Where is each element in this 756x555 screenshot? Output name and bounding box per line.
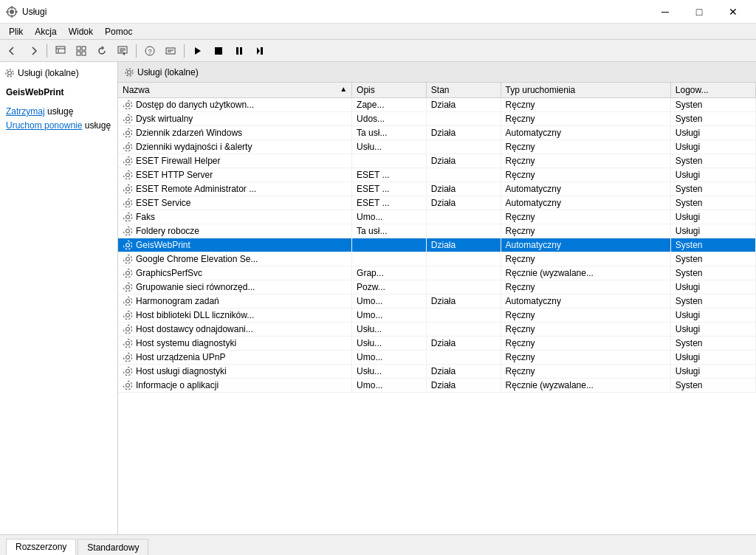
- service-logon-cell: Systen: [670, 98, 755, 112]
- bottom-tabs: Rozszerzony Standardowy: [0, 534, 756, 555]
- services-table-container[interactable]: Nazwa ▲ Opis Stan Typ uruchomienia Logow…: [118, 83, 756, 534]
- help-button[interactable]: ?: [140, 42, 159, 60]
- table-row[interactable]: Google Chrome Elevation Se... Ręczny Sys…: [118, 252, 756, 266]
- maximize-button[interactable]: □: [682, 0, 716, 24]
- table-row[interactable]: Host usługi diagnostyki Usłu... Działa R…: [118, 365, 756, 379]
- table-row[interactable]: ESET Remote Administrator ... ESET ... D…: [118, 182, 756, 196]
- view-button[interactable]: [72, 42, 91, 60]
- service-desc-cell: Ta usł...: [352, 126, 427, 140]
- table-row[interactable]: Dostęp do danych użytkown... Zape... Dzi…: [118, 98, 756, 112]
- menu-pomoc[interactable]: Pomoc: [99, 25, 138, 38]
- table-row[interactable]: Dysk wirtualny Udos... Ręczny Systen: [118, 112, 756, 126]
- service-name-cell: Host systemu diagnostyki: [118, 337, 352, 351]
- menu-widok[interactable]: Widok: [63, 25, 99, 38]
- table-row[interactable]: Grupowanie sieci równorzęd... Pozw... Rę…: [118, 280, 756, 294]
- svg-rect-27: [261, 47, 263, 55]
- col-header-name[interactable]: Nazwa ▲: [118, 83, 352, 98]
- svg-point-33: [126, 117, 130, 121]
- service-status-cell: [426, 140, 501, 154]
- table-row[interactable]: Dzienniki wydajności i &alerty Usłu... R…: [118, 140, 756, 154]
- service-startup-cell: Ręczny: [501, 280, 670, 294]
- sidebar-header[interactable]: Usługi (lokalne): [3, 65, 114, 81]
- gear-icon: [4, 68, 15, 78]
- tab-rozszerzony[interactable]: Rozszerzony: [6, 539, 76, 555]
- service-desc-cell: Umo...: [352, 210, 427, 224]
- col-header-logon[interactable]: Logow...: [670, 83, 755, 98]
- service-name: ESET HTTP Server: [136, 170, 213, 180]
- service-gear-icon: [123, 380, 133, 390]
- table-row[interactable]: Dziennik zdarzeń Windows Ta usł... Dział…: [118, 126, 756, 140]
- back-button[interactable]: [3, 42, 22, 60]
- stop-service-link[interactable]: Zatrzymaj: [6, 106, 45, 117]
- service-gear-icon: [123, 324, 133, 334]
- stop-button[interactable]: [209, 42, 228, 60]
- col-header-desc[interactable]: Opis: [352, 83, 427, 98]
- tab-standardowy[interactable]: Standardowy: [78, 539, 148, 555]
- table-row[interactable]: Harmonogram zadań Umo... Działa Automaty…: [118, 294, 756, 308]
- service-name: Grupowanie sieci równorzęd...: [136, 282, 255, 292]
- table-row[interactable]: ESET Firewall Helper Działa Ręczny Syste…: [118, 154, 756, 168]
- service-startup-cell: Ręcznie (wyzwalane...: [501, 266, 670, 280]
- service-logon-cell: Systen: [670, 379, 755, 393]
- service-logon-cell: Usługi: [670, 308, 755, 323]
- service-name: Dziennik zdarzeń Windows: [136, 128, 242, 138]
- service-name: GeisWebPrint: [136, 240, 190, 250]
- service-gear-icon: [123, 100, 133, 110]
- menu-akcja[interactable]: Akcja: [29, 25, 62, 38]
- menu-plik[interactable]: Plik: [3, 25, 29, 38]
- service-startup-cell: Ręczny: [501, 98, 670, 112]
- minimize-button[interactable]: ─: [648, 0, 682, 24]
- col-header-startup[interactable]: Typ uruchomienia: [501, 83, 670, 98]
- svg-point-47: [126, 314, 130, 317]
- service-gear-icon: [123, 128, 133, 138]
- svg-marker-22: [195, 47, 201, 55]
- table-row[interactable]: GeisWebPrint Działa Automatyczny Systen: [118, 238, 756, 252]
- table-row[interactable]: Host biblioteki DLL liczników... Umo... …: [118, 308, 756, 323]
- sidebar: Usługi (lokalne) GeisWebPrint Zatrzymaj …: [0, 62, 118, 534]
- separator-1: [47, 44, 47, 58]
- separator-3: [184, 44, 185, 58]
- play-button[interactable]: [188, 42, 207, 60]
- table-row[interactable]: Host systemu diagnostyki Usłu... Działa …: [118, 337, 756, 351]
- restart-button[interactable]: [250, 42, 269, 60]
- close-button[interactable]: ✕: [716, 0, 750, 24]
- table-row[interactable]: ESET HTTP Server ESET ... Ręczny Usługi: [118, 168, 756, 182]
- service-status-cell: [426, 351, 501, 365]
- restart-service-link[interactable]: Uruchom ponownie: [6, 120, 82, 131]
- service-startup-cell: Ręczny: [501, 365, 670, 379]
- refresh-button[interactable]: [92, 42, 111, 60]
- table-row[interactable]: ESET Service ESET ... Działa Automatyczn…: [118, 196, 756, 210]
- table-row[interactable]: Foldery robocze Ta usł... Ręczny Usługi: [118, 224, 756, 238]
- col-header-status[interactable]: Stan: [426, 83, 501, 98]
- service-startup-cell: Ręczny: [501, 323, 670, 337]
- export-button[interactable]: [113, 42, 132, 60]
- service-name: Faks: [136, 212, 155, 222]
- table-row[interactable]: Faks Umo... Ręczny Usługi: [118, 210, 756, 224]
- console-button[interactable]: [51, 42, 70, 60]
- table-row[interactable]: Informacje o aplikacji Umo... Działa Ręc…: [118, 379, 756, 393]
- svg-rect-24: [236, 47, 238, 55]
- properties-button[interactable]: [161, 42, 180, 60]
- table-row[interactable]: Host urządzenia UPnP Umo... Ręczny Usług…: [118, 351, 756, 365]
- service-gear-icon: [123, 142, 133, 152]
- menu-bar: Plik Akcja Widok Pomoc: [0, 24, 756, 40]
- svg-point-49: [126, 342, 130, 345]
- service-desc-cell: Zape...: [352, 98, 427, 112]
- svg-point-38: [126, 187, 130, 191]
- service-name-cell: Google Chrome Elevation Se...: [118, 252, 352, 266]
- service-name-cell: Harmonogram zadań: [118, 294, 352, 308]
- table-row[interactable]: GraphicsPerfSvc Grap... Ręcznie (wyzwala…: [118, 266, 756, 280]
- content-area: Usługi (lokalne) Nazwa ▲ Opis Stan Typ u…: [118, 62, 756, 534]
- svg-rect-12: [82, 52, 86, 55]
- pause-button[interactable]: [230, 42, 249, 60]
- table-row[interactable]: Host dostawcy odnajdowani... Usłu... Ręc…: [118, 323, 756, 337]
- service-desc-cell: ESET ...: [352, 196, 427, 210]
- sidebar-content: GeisWebPrint Zatrzymaj usługę Uruchom po…: [3, 81, 114, 139]
- service-logon-cell: Usługi: [670, 140, 755, 154]
- service-desc-cell: [352, 238, 427, 252]
- service-name: Host usługi diagnostyki: [136, 366, 227, 376]
- forward-button[interactable]: [24, 42, 43, 60]
- service-name-cell: Dysk wirtualny: [118, 112, 352, 126]
- service-startup-cell: Ręczny: [501, 252, 670, 266]
- service-gear-icon: [123, 114, 133, 124]
